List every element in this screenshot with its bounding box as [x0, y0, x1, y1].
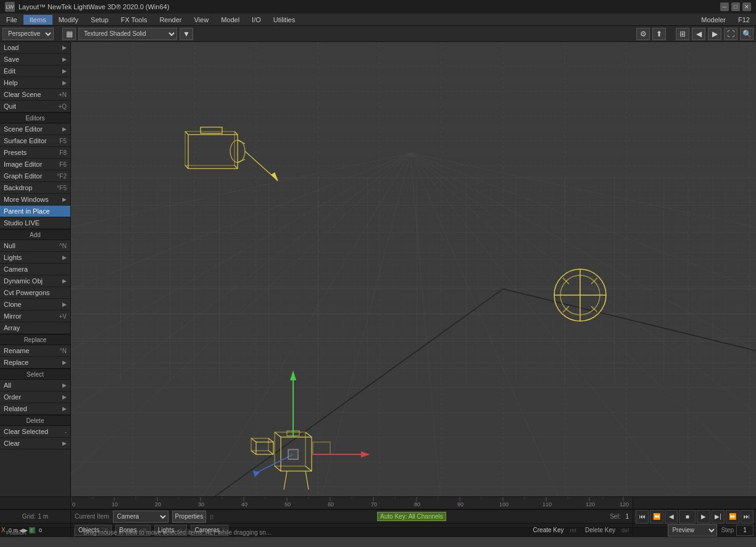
title-area: LW Layout™ NewTek LightWave 3D® 2020.0 (… — [5, 2, 169, 12]
sidebar-item-select-related[interactable]: Related▶ — [0, 403, 70, 415]
sidebar-item-parent-in-place[interactable]: Parent in Place — [0, 206, 70, 217]
prev-view-icon[interactable]: ◀ — [692, 28, 705, 40]
maximize-view-icon[interactable]: ⛶ — [724, 28, 737, 40]
sidebar-item-lights[interactable]: Lights▶ — [0, 252, 70, 264]
app-icon: LW — [5, 2, 15, 12]
sidebar-item-more-windows[interactable]: More Windows▶ — [0, 194, 70, 206]
properties-shortcut: p — [210, 513, 214, 520]
sidebar-item-help[interactable]: Help▶ — [0, 77, 70, 89]
sidebar-item-save[interactable]: Save▶ — [0, 54, 70, 65]
menu-modify[interactable]: Modify — [52, 15, 85, 25]
timeline-ticks-svg: 0 10 20 30 40 50 60 70 80 90 1 — [71, 497, 633, 507]
select-section-label: Select — [0, 369, 70, 380]
main-area: Load▶ Save▶ Edit▶ Help▶ Clear Scene+N Qu… — [0, 42, 756, 496]
svg-text:110: 110 — [542, 501, 552, 507]
current-item-select[interactable]: Camera — [113, 511, 168, 523]
svg-text:100: 100 — [499, 501, 509, 507]
sidebar-item-mirror[interactable]: Mirror+V — [0, 311, 70, 322]
titlebar: LW Layout™ NewTek LightWave 3D® 2020.0 (… — [0, 0, 756, 14]
svg-text:50: 50 — [285, 501, 291, 507]
upload-icon[interactable]: ⬆ — [652, 28, 666, 40]
autokey-badge[interactable]: Auto Key: All Channels — [377, 512, 446, 521]
maximize-button[interactable]: □ — [731, 2, 740, 11]
menu-items[interactable]: Items — [23, 15, 52, 25]
menu-model[interactable]: Model — [215, 15, 246, 25]
position-label: Grid: 1 m — [0, 510, 71, 523]
sidebar-item-image-editor[interactable]: Image EditorF6 — [0, 159, 70, 170]
prev-frame-button[interactable]: ◀ — [665, 510, 678, 524]
grid-icon[interactable]: ⊞ — [676, 28, 689, 40]
sidebar-item-rename[interactable]: Rename°N — [0, 345, 70, 357]
sidebar-item-clear-selected[interactable]: Clear Selected- — [0, 426, 70, 438]
timeline[interactable]: 0 10 20 30 40 50 60 70 80 90 1 — [0, 497, 756, 509]
menu-render[interactable]: Render — [153, 15, 188, 25]
sidebar-item-camera[interactable]: Camera — [0, 264, 70, 275]
sidebar-item-clear-scene[interactable]: Clear Scene+N — [0, 89, 70, 101]
viewport-grid — [71, 42, 756, 496]
sidebar-item-select-all[interactable]: All▶ — [0, 380, 70, 391]
menu-f12[interactable]: F12 — [732, 15, 756, 25]
stop-button[interactable]: ■ — [679, 510, 696, 524]
bottom-row1: Grid: 1 m Current Item Camera Properties… — [0, 509, 756, 523]
svg-text:90: 90 — [457, 501, 463, 507]
settings-icon[interactable]: ⚙ — [636, 28, 650, 40]
menu-view[interactable]: View — [188, 15, 215, 25]
minimize-button[interactable]: ─ — [720, 2, 729, 11]
properties-button[interactable]: Properties — [172, 511, 207, 523]
playback-controls: ⏮ ⏪ ◀ ■ ▶ ▶| ⏩ ⏭ — [633, 510, 756, 523]
render-style-select[interactable]: Textured Shaded Solid — [78, 28, 177, 40]
svg-text:120: 120 — [620, 501, 629, 507]
menu-io[interactable]: I/O — [246, 15, 267, 25]
sel-label: Sel: — [610, 513, 620, 520]
sidebar-item-dynamic-obj[interactable]: Dynamic Obj▶ — [0, 275, 70, 287]
bottom-middle-row1: Current Item Camera Properties p Auto Ke… — [71, 511, 633, 523]
render-toggle[interactable]: ▼ — [180, 28, 193, 40]
sidebar-item-quit[interactable]: Quit+Q — [0, 101, 70, 112]
forward-end-button[interactable]: ⏭ — [741, 510, 754, 524]
main-toolbar: Perspective ▦ Textured Shaded Solid ▼ ⚙ … — [0, 26, 756, 42]
svg-text:10: 10 — [112, 501, 118, 507]
sidebar-item-graph-editor[interactable]: Graph Editor°F2 — [0, 170, 70, 182]
search-icon[interactable]: 🔍 — [740, 28, 754, 40]
sidebar-item-clear[interactable]: Clear▶ — [0, 438, 70, 449]
prev-key-button[interactable]: ⏪ — [650, 510, 663, 524]
menu-file[interactable]: File — [0, 15, 23, 25]
next-view-icon[interactable]: ▶ — [708, 28, 721, 40]
sidebar-item-backdrop[interactable]: Backdrop°F5 — [0, 182, 70, 194]
menu-fx-tools[interactable]: FX Tools — [115, 15, 154, 25]
menu-utilities[interactable]: Utilities — [267, 15, 301, 25]
menu-setup[interactable]: Setup — [85, 15, 115, 25]
sidebar-item-surface-editor[interactable]: Surface EditorF5 — [0, 135, 70, 147]
render-style-icon[interactable]: ▦ — [62, 28, 76, 40]
window-controls: ─ □ ✕ — [720, 2, 751, 11]
timeline-ruler[interactable]: 0 10 20 30 40 50 60 70 80 90 1 — [71, 497, 633, 509]
status-left: Position — [4, 528, 75, 537]
play-button[interactable]: ▶ — [697, 510, 710, 524]
sidebar-item-cvt-powergons[interactable]: Cvt Powergons — [0, 287, 70, 299]
svg-rect-101 — [288, 449, 298, 459]
sidebar-item-studio-live[interactable]: Studio LIVE — [0, 217, 70, 229]
rewind-end-button[interactable]: ⏮ — [636, 510, 649, 524]
sidebar-item-select-order[interactable]: Order▶ — [0, 391, 70, 403]
viewport[interactable] — [71, 42, 756, 496]
delete-section-label: Delete — [0, 415, 70, 426]
sidebar-item-scene-editor[interactable]: Scene Editor▶ — [0, 123, 70, 135]
sidebar-item-array[interactable]: Array — [0, 322, 70, 334]
scene-object-camera — [554, 269, 606, 321]
next-key-button[interactable]: ⏩ — [726, 510, 739, 524]
sidebar-item-replace[interactable]: Replace▶ — [0, 357, 70, 369]
menu-modeler[interactable]: Modeler — [695, 15, 732, 25]
sidebar-item-clone[interactable]: Clone▶ — [0, 299, 70, 311]
svg-text:30: 30 — [198, 501, 204, 507]
timeline-right-spacer — [633, 497, 756, 509]
sidebar: Load▶ Save▶ Edit▶ Help▶ Clear Scene+N Qu… — [0, 42, 71, 496]
sidebar-item-null[interactable]: Null^N — [0, 240, 70, 252]
timeline-left-spacer — [0, 497, 71, 509]
close-button[interactable]: ✕ — [742, 2, 751, 11]
menubar: File Items Modify Setup FX Tools Render … — [0, 14, 756, 26]
viewport-mode-select[interactable]: Perspective — [2, 28, 54, 40]
sidebar-item-edit[interactable]: Edit▶ — [0, 65, 70, 77]
next-frame-button[interactable]: ▶| — [712, 510, 725, 524]
sidebar-item-presets[interactable]: PresetsF8 — [0, 147, 70, 159]
sidebar-item-load[interactable]: Load▶ — [0, 42, 70, 54]
